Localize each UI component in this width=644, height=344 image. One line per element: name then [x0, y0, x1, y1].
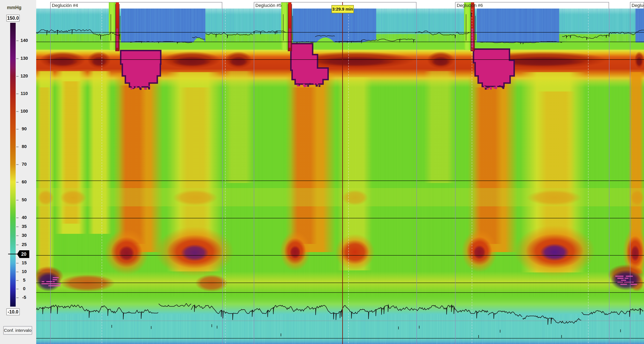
colorbar-tick-label: 80	[20, 144, 29, 149]
colorbar-tick-label: -5	[20, 295, 29, 300]
colorbar-tick-label: 60	[20, 179, 29, 184]
confirm-interval-button[interactable]: Conf. intervalo	[3, 326, 32, 335]
colorbar-tick	[16, 58, 18, 59]
colorbar-tick	[16, 40, 18, 41]
colorbar-tick-label: 35	[20, 224, 29, 229]
swallow-marker-label: Deglución #6	[457, 3, 483, 8]
colorbar-tick	[16, 182, 18, 182]
colorbar-tick	[16, 289, 18, 289]
app-root: mmHg 150.0 14013012011010090807060504035…	[0, 0, 644, 344]
scale-min-value[interactable]: -10.0	[6, 308, 20, 315]
colorbar-tick	[16, 218, 18, 218]
colorbar-tick	[16, 226, 18, 227]
colorbar-tick-label: 40	[20, 215, 29, 220]
colorbar-tick	[16, 94, 18, 94]
swallow-marker-label: Deglución	[632, 3, 644, 8]
colorbar-tick-label: 110	[20, 91, 29, 96]
colorbar-tick-label: 100	[20, 108, 29, 114]
colorbar-tick	[16, 272, 18, 272]
colorbar-tick	[16, 200, 18, 200]
colorbar-tick	[16, 76, 18, 77]
colorbar-tick-label: 25	[20, 242, 29, 247]
colorbar-tick	[16, 164, 18, 165]
colorbar-tick	[16, 280, 18, 281]
colorbar-tick-label: 10	[20, 269, 29, 274]
colorbar-tick	[16, 111, 18, 112]
colorbar-tick-label: 50	[20, 197, 29, 202]
colorbar-tick-label: 15	[20, 260, 29, 266]
colorbar-tick-label: 0	[20, 286, 29, 291]
swallow-marker-label: Deglución #5	[256, 3, 282, 8]
colorbar-tick	[16, 129, 18, 130]
pressure-marker-line	[8, 254, 18, 254]
swallow-marker-box-partial[interactable]: Deglución	[630, 2, 644, 9]
colorbar-tick-label: 5	[20, 278, 29, 283]
pressure-colorbar[interactable]	[10, 23, 16, 306]
swallow-marker-box-4[interactable]: Deglución #4	[50, 2, 222, 9]
colorbar-tick-label: 70	[20, 162, 29, 167]
pressure-scale-panel: mmHg 150.0 14013012011010090807060504035…	[0, 0, 36, 344]
colorbar-tick	[16, 298, 18, 298]
colorbar-tick-label: 120	[20, 74, 29, 79]
colorbar-tick-label: 130	[20, 56, 29, 61]
pressure-marker-tag[interactable]: 20	[17, 250, 29, 258]
colorbar-tick-label: 30	[20, 233, 29, 238]
colorbar-tick	[16, 244, 18, 245]
manometry-heatmap-canvas	[0, 0, 644, 344]
swallow-marker-box-6[interactable]: Deglución #6	[455, 2, 609, 9]
colorbar-tick-label: 140	[20, 38, 29, 43]
colorbar-tick	[16, 146, 18, 147]
colorbar-tick-label: 90	[20, 126, 29, 132]
colorbar-tick	[16, 263, 18, 264]
time-cursor-tooltip: 3:29.9 min	[332, 5, 354, 13]
pressure-marker-value: 20	[21, 252, 26, 257]
colorbar-tick	[16, 236, 18, 236]
scale-max-value[interactable]: 150.0	[6, 15, 20, 22]
pressure-unit-label: mmHg	[7, 5, 22, 10]
swallow-marker-label: Deglución #4	[52, 3, 78, 8]
